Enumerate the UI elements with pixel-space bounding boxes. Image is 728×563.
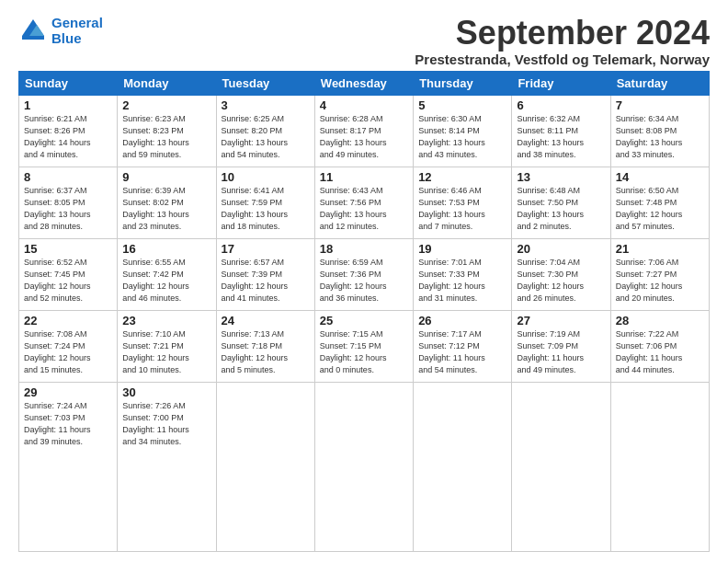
table-row: 19Sunrise: 7:01 AMSunset: 7:33 PMDayligh… xyxy=(414,238,512,310)
day-number: 2 xyxy=(122,98,210,112)
day-number: 29 xyxy=(24,385,112,399)
day-info: Sunrise: 7:10 AMSunset: 7:21 PMDaylight:… xyxy=(122,328,210,376)
day-number: 13 xyxy=(517,170,605,184)
table-row: 3Sunrise: 6:25 AMSunset: 8:20 PMDaylight… xyxy=(216,95,314,167)
table-row: 11Sunrise: 6:43 AMSunset: 7:56 PMDayligh… xyxy=(314,167,413,238)
calendar-week-row: 29Sunrise: 7:24 AMSunset: 7:03 PMDayligh… xyxy=(19,382,710,551)
table-row: 13Sunrise: 6:48 AMSunset: 7:50 PMDayligh… xyxy=(512,167,610,238)
day-number: 23 xyxy=(122,314,210,327)
day-number: 18 xyxy=(320,242,408,256)
logo: General Blue xyxy=(18,15,103,46)
table-row: 7Sunrise: 6:34 AMSunset: 8:08 PMDaylight… xyxy=(610,95,709,167)
col-monday: Monday xyxy=(118,71,216,95)
table-row: 25Sunrise: 7:15 AMSunset: 7:15 PMDayligh… xyxy=(314,310,413,382)
table-row: 12Sunrise: 6:46 AMSunset: 7:53 PMDayligh… xyxy=(414,167,512,238)
day-info: Sunrise: 6:57 AMSunset: 7:39 PMDaylight:… xyxy=(222,257,310,304)
day-info: Sunrise: 6:32 AMSunset: 8:11 PMDaylight:… xyxy=(517,113,605,161)
day-info: Sunrise: 6:37 AMSunset: 8:05 PMDaylight:… xyxy=(24,185,112,233)
table-row: 29Sunrise: 7:24 AMSunset: 7:03 PMDayligh… xyxy=(19,382,118,551)
day-info: Sunrise: 7:15 AMSunset: 7:15 PMDaylight:… xyxy=(320,328,408,376)
table-row: 2Sunrise: 6:23 AMSunset: 8:23 PMDaylight… xyxy=(118,95,216,167)
day-info: Sunrise: 6:48 AMSunset: 7:50 PMDaylight:… xyxy=(517,185,605,233)
day-number: 26 xyxy=(418,314,506,327)
day-number: 7 xyxy=(616,98,704,112)
day-info: Sunrise: 7:24 AMSunset: 7:03 PMDaylight:… xyxy=(24,400,112,448)
logo-icon xyxy=(18,16,48,45)
svg-rect-3 xyxy=(22,36,44,40)
calendar-week-row: 8Sunrise: 6:37 AMSunset: 8:05 PMDaylight… xyxy=(19,167,710,238)
calendar-week-row: 1Sunrise: 6:21 AMSunset: 8:26 PMDaylight… xyxy=(19,95,710,167)
day-number: 24 xyxy=(222,314,310,327)
day-number: 30 xyxy=(122,385,210,399)
calendar-table: Sunday Monday Tuesday Wednesday Thursday… xyxy=(18,71,710,552)
day-number: 28 xyxy=(616,314,704,327)
location-subtitle: Prestestranda, Vestfold og Telemark, Nor… xyxy=(415,52,710,67)
calendar-week-row: 22Sunrise: 7:08 AMSunset: 7:24 PMDayligh… xyxy=(19,310,710,382)
table-row: 23Sunrise: 7:10 AMSunset: 7:21 PMDayligh… xyxy=(118,310,216,382)
day-info: Sunrise: 6:52 AMSunset: 7:45 PMDaylight:… xyxy=(24,257,112,304)
day-number: 17 xyxy=(222,242,310,256)
col-saturday: Saturday xyxy=(610,71,709,95)
table-row: 18Sunrise: 6:59 AMSunset: 7:36 PMDayligh… xyxy=(314,238,413,310)
day-info: Sunrise: 7:13 AMSunset: 7:18 PMDaylight:… xyxy=(222,328,310,376)
month-title: September 2024 xyxy=(415,15,710,52)
table-row: 24Sunrise: 7:13 AMSunset: 7:18 PMDayligh… xyxy=(216,310,314,382)
day-number: 11 xyxy=(320,170,408,184)
day-info: Sunrise: 6:46 AMSunset: 7:53 PMDaylight:… xyxy=(418,185,506,233)
day-number: 1 xyxy=(24,98,112,112)
table-row: 20Sunrise: 7:04 AMSunset: 7:30 PMDayligh… xyxy=(512,238,610,310)
day-number: 25 xyxy=(320,314,408,327)
day-info: Sunrise: 6:43 AMSunset: 7:56 PMDaylight:… xyxy=(320,185,408,233)
table-row xyxy=(216,382,314,551)
table-row: 10Sunrise: 6:41 AMSunset: 7:59 PMDayligh… xyxy=(216,167,314,238)
day-number: 19 xyxy=(418,242,506,256)
day-number: 15 xyxy=(24,242,112,256)
table-row: 16Sunrise: 6:55 AMSunset: 7:42 PMDayligh… xyxy=(118,238,216,310)
table-row: 9Sunrise: 6:39 AMSunset: 8:02 PMDaylight… xyxy=(118,167,216,238)
day-number: 14 xyxy=(616,170,704,184)
day-info: Sunrise: 6:41 AMSunset: 7:59 PMDaylight:… xyxy=(222,185,310,233)
col-sunday: Sunday xyxy=(19,71,118,95)
day-number: 20 xyxy=(517,242,605,256)
day-info: Sunrise: 7:04 AMSunset: 7:30 PMDaylight:… xyxy=(517,257,605,304)
table-row: 17Sunrise: 6:57 AMSunset: 7:39 PMDayligh… xyxy=(216,238,314,310)
table-row: 5Sunrise: 6:30 AMSunset: 8:14 PMDaylight… xyxy=(414,95,512,167)
day-number: 12 xyxy=(418,170,506,184)
day-info: Sunrise: 7:01 AMSunset: 7:33 PMDaylight:… xyxy=(418,257,506,304)
header: General Blue September 2024 Prestestrand… xyxy=(18,15,710,67)
day-number: 8 xyxy=(24,170,112,184)
table-row: 26Sunrise: 7:17 AMSunset: 7:12 PMDayligh… xyxy=(414,310,512,382)
col-wednesday: Wednesday xyxy=(314,71,413,95)
table-row: 1Sunrise: 6:21 AMSunset: 8:26 PMDaylight… xyxy=(19,95,118,167)
page: General Blue September 2024 Prestestrand… xyxy=(0,0,728,563)
calendar-header-row: Sunday Monday Tuesday Wednesday Thursday… xyxy=(19,71,710,95)
table-row: 30Sunrise: 7:26 AMSunset: 7:00 PMDayligh… xyxy=(118,382,216,551)
day-number: 4 xyxy=(320,98,408,112)
day-number: 27 xyxy=(517,314,605,327)
table-row: 14Sunrise: 6:50 AMSunset: 7:48 PMDayligh… xyxy=(610,167,709,238)
day-info: Sunrise: 6:30 AMSunset: 8:14 PMDaylight:… xyxy=(418,113,506,161)
day-info: Sunrise: 6:55 AMSunset: 7:42 PMDaylight:… xyxy=(122,257,210,304)
day-info: Sunrise: 6:34 AMSunset: 8:08 PMDaylight:… xyxy=(616,113,704,161)
table-row: 22Sunrise: 7:08 AMSunset: 7:24 PMDayligh… xyxy=(19,310,118,382)
col-tuesday: Tuesday xyxy=(216,71,314,95)
day-number: 21 xyxy=(616,242,704,256)
day-info: Sunrise: 6:21 AMSunset: 8:26 PMDaylight:… xyxy=(24,113,112,161)
table-row: 21Sunrise: 7:06 AMSunset: 7:27 PMDayligh… xyxy=(610,238,709,310)
col-friday: Friday xyxy=(512,71,610,95)
day-info: Sunrise: 6:39 AMSunset: 8:02 PMDaylight:… xyxy=(122,185,210,233)
day-info: Sunrise: 6:28 AMSunset: 8:17 PMDaylight:… xyxy=(320,113,408,161)
day-info: Sunrise: 7:22 AMSunset: 7:06 PMDaylight:… xyxy=(616,328,704,376)
day-number: 10 xyxy=(222,170,310,184)
day-info: Sunrise: 6:23 AMSunset: 8:23 PMDaylight:… xyxy=(122,113,210,161)
table-row: 4Sunrise: 6:28 AMSunset: 8:17 PMDaylight… xyxy=(314,95,413,167)
day-info: Sunrise: 6:25 AMSunset: 8:20 PMDaylight:… xyxy=(222,113,310,161)
table-row: 15Sunrise: 6:52 AMSunset: 7:45 PMDayligh… xyxy=(19,238,118,310)
day-info: Sunrise: 6:59 AMSunset: 7:36 PMDaylight:… xyxy=(320,257,408,304)
day-info: Sunrise: 7:06 AMSunset: 7:27 PMDaylight:… xyxy=(616,257,704,304)
day-number: 5 xyxy=(418,98,506,112)
table-row xyxy=(414,382,512,551)
calendar-week-row: 15Sunrise: 6:52 AMSunset: 7:45 PMDayligh… xyxy=(19,238,710,310)
day-info: Sunrise: 7:17 AMSunset: 7:12 PMDaylight:… xyxy=(418,328,506,376)
day-number: 16 xyxy=(122,242,210,256)
